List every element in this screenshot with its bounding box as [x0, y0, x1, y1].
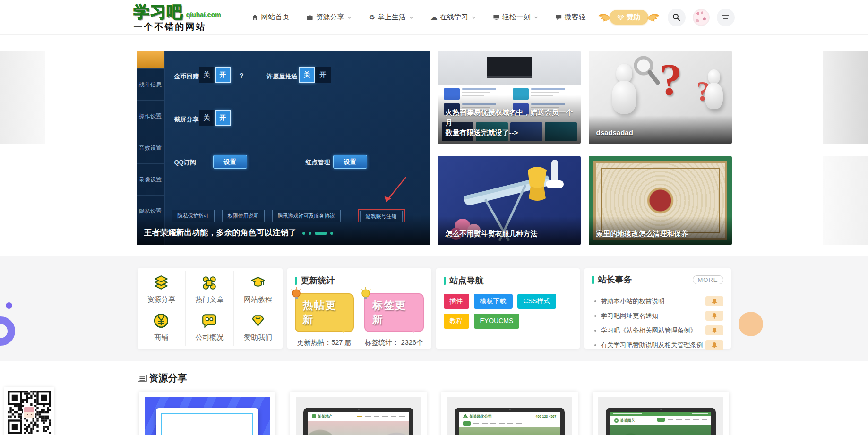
header: 学习吧 qiuhai.com 一个不错的网站 网站首页 资源分享 ♻ 掌上生活 [0, 0, 868, 34]
recycle-icon: ♻ [369, 14, 375, 21]
game-settings-button: 设置 [213, 155, 247, 169]
more-button[interactable]: MORE [693, 275, 723, 284]
slide-caption: 王者荣耀新出功能，多余的角色可以注销了 [144, 227, 297, 239]
admin-list-item[interactable]: 学习吧网址更名通知 [592, 308, 723, 323]
game-tab: 音效设置 [137, 132, 164, 163]
bell-button[interactable] [705, 311, 723, 321]
carousel-indicator[interactable] [309, 232, 311, 235]
game-toggle: 关 开 [299, 67, 331, 83]
nav-item-online-study[interactable]: ☁ 在线学习 [430, 13, 476, 22]
site-nav-card: 站点导航 插件 模板下载 CSS样式 教程 EYOUCMS [436, 268, 580, 349]
bell-button[interactable] [705, 325, 723, 335]
admin-list-item[interactable]: 学习吧《站务相关网站管理条例》 [592, 323, 723, 338]
carousel-slide-dsadsadad[interactable]: ? ? dsadsadad [589, 51, 732, 144]
briefcase-icon [306, 14, 313, 21]
hot-update-badge[interactable]: 热帖更新 [295, 293, 354, 332]
game-tab: 录像设置 [137, 163, 164, 195]
tag-count: 标签统计： 2326个 [365, 338, 423, 347]
site-logo[interactable]: 学习吧 qiuhai.com 一个不错的网站 [134, 4, 221, 31]
carousel-indicator[interactable] [330, 232, 333, 235]
resource-thumbnail: 某某地产 [296, 397, 421, 435]
nav-item-resources[interactable]: 资源分享 [306, 13, 352, 22]
resource-card[interactable] [139, 392, 275, 435]
tag-update-badge[interactable]: 标签更新 [364, 293, 424, 332]
yen-circle-icon [153, 313, 169, 329]
resource-card[interactable]: 某某绿化公司 400-123-4567 [441, 392, 578, 435]
resource-thumbnail [145, 397, 270, 435]
carousel-slide-carpet[interactable]: 家里的地毯改怎么清理和保养 [589, 156, 732, 245]
resource-thumbnail: 某某园艺 [598, 397, 723, 435]
chevron-down-icon [534, 16, 538, 19]
quick-link-sponsor-us[interactable]: 赞助我们 [234, 308, 282, 346]
carousel-slide-domain-promo[interactable]: 火热召集易优授权域名中，赠送会员一个月 数量有限送完就没了--> [438, 51, 581, 144]
sponsor-label: 赞助 [627, 13, 641, 22]
comment-icon [555, 14, 562, 21]
carousel-edge-left [0, 51, 45, 144]
widgets-section: 资源分享 热门文章 网站教程 商铺 公司概况 [0, 256, 868, 361]
decor-purple-dot [6, 302, 12, 309]
bell-icon [712, 313, 717, 319]
logo-title: 学习吧 [134, 4, 183, 20]
tag-plugin[interactable]: 插件 [444, 294, 469, 309]
list-icon [138, 374, 147, 383]
qr-avatar [23, 406, 35, 418]
game-tab: 战斗信息 [137, 68, 164, 100]
nav-item-weikeqing[interactable]: 微客轻 [555, 13, 586, 22]
admin-list-item[interactable]: 赞助本小站的权益说明 [592, 294, 723, 308]
game-help: ? [240, 71, 244, 79]
tag-eyoucms[interactable]: EYOUCMS [474, 314, 520, 329]
main-nav: 网站首页 资源分享 ♻ 掌上生活 ☁ 在线学习 轻松一刻 [251, 13, 585, 22]
quick-link-resources[interactable]: 资源分享 [138, 271, 186, 308]
logo-tagline: 一个不错的网站 [134, 22, 221, 31]
nav-item-life[interactable]: ♻ 掌上生活 [369, 13, 413, 22]
carousel-main-slide[interactable]: 战斗信息 操作设置 音效设置 录像设置 隐私设置 金币回赠 关 开 ? 许愿屋推… [137, 51, 430, 245]
bell-button[interactable] [705, 340, 723, 350]
carousel-section: 战斗信息 操作设置 音效设置 录像设置 隐私设置 金币回赠 关 开 ? 许愿屋推… [0, 34, 868, 256]
chevron-down-icon [472, 16, 476, 19]
carousel-edge-right-lower [823, 156, 868, 245]
hot-count: 更新热帖：527 篇 [297, 338, 352, 347]
tag-css-style[interactable]: CSS样式 [517, 294, 557, 309]
carousel-indicator[interactable] [302, 232, 305, 235]
bulb-icon [290, 287, 302, 301]
bell-icon [712, 327, 717, 333]
sponsor-button[interactable]: 赞助 [597, 10, 661, 25]
resources-section: 资源分享 某某地产 [0, 361, 868, 435]
layers-icon [153, 275, 169, 291]
red-arrow [372, 174, 412, 211]
widget-title: 站点导航 [444, 275, 572, 286]
diamond-icon [617, 14, 624, 21]
slide-caption: dsadsadad [596, 128, 633, 138]
quick-link-company[interactable]: 公司概况 [186, 308, 234, 346]
graduation-cap-icon [250, 275, 266, 291]
gem-icon [250, 313, 266, 329]
resource-card[interactable]: 某某园艺 [593, 392, 729, 435]
widget-title: 站长事务 [592, 274, 632, 285]
game-tab: 操作设置 [137, 100, 164, 132]
qr-code [4, 387, 54, 435]
resource-thumbnail: 某某绿化公司 400-123-4567 [447, 397, 572, 435]
admin-list-item[interactable]: 有关学习吧赞助说明及相关管理条例 [592, 338, 723, 352]
quick-link-hot-articles[interactable]: 热门文章 [186, 271, 234, 308]
wing-right-icon [646, 12, 661, 23]
game-setting-label: 红点管理 [306, 158, 330, 167]
tag-tutorial[interactable]: 教程 [444, 314, 469, 329]
quick-link-shop[interactable]: 商铺 [138, 308, 186, 346]
menu-button[interactable] [717, 9, 735, 26]
nav-item-relax[interactable]: 轻松一刻 [493, 13, 538, 22]
search-icon [672, 13, 680, 21]
game-setting-label: QQ订阅 [174, 158, 196, 167]
nav-item-home[interactable]: 网站首页 [251, 13, 289, 22]
game-setting-label: 金币回赠 [174, 72, 199, 81]
tag-template-download[interactable]: 模板下载 [474, 294, 513, 309]
menu-icon [722, 15, 729, 19]
decor-purple-ring [0, 316, 15, 346]
search-button[interactable] [668, 9, 686, 26]
quick-link-tutorials[interactable]: 网站教程 [234, 271, 282, 308]
carousel-indicator-active[interactable] [315, 232, 327, 235]
decor-peach-circle [739, 312, 763, 336]
user-avatar[interactable] [693, 9, 710, 26]
bell-button[interactable] [705, 296, 723, 306]
carousel-slide-ironing[interactable]: 怎么不用熨斗熨衣服几种方法 [438, 156, 581, 245]
resource-card[interactable]: 某某地产 [290, 392, 427, 435]
